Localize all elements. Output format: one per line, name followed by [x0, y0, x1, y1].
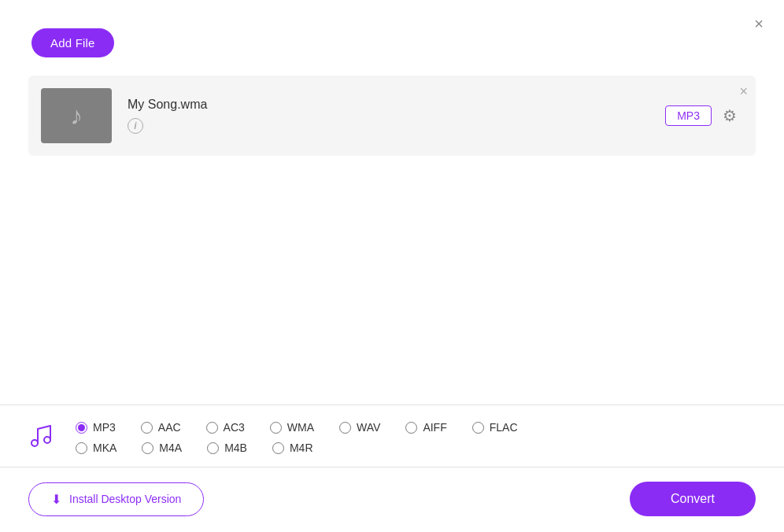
format-option-wav[interactable]: WAV [339, 421, 380, 434]
format-label-wma: WMA [287, 421, 314, 434]
install-desktop-button[interactable]: ⬇ Install Desktop Version [28, 482, 204, 516]
format-label-mp3: MP3 [93, 421, 116, 434]
action-bar: ⬇ Install Desktop Version Convert [0, 467, 784, 532]
format-option-aiff[interactable]: AIFF [405, 421, 446, 434]
file-info: My Song.wma i [112, 98, 665, 134]
format-radio-flac[interactable] [472, 422, 484, 434]
format-label-aac: AAC [158, 421, 181, 434]
format-option-aac[interactable]: AAC [141, 421, 181, 434]
format-label-flac: FLAC [490, 421, 518, 434]
format-radio-m4r[interactable] [272, 442, 284, 454]
format-option-wma[interactable]: WMA [270, 421, 314, 434]
format-option-flac[interactable]: FLAC [472, 421, 518, 434]
convert-button[interactable]: Convert [630, 482, 756, 516]
format-music-icon [28, 423, 54, 453]
file-card: × ♪ My Song.wma i MP3 ⚙ [28, 76, 756, 156]
download-icon: ⬇ [51, 492, 61, 507]
music-note-icon: ♪ [70, 102, 83, 131]
format-label-aiff: AIFF [423, 421, 446, 434]
format-label-m4a: M4A [159, 441, 182, 454]
format-section: MP3 AAC AC3 WMA WAV [0, 405, 784, 467]
format-radio-m4b[interactable] [207, 442, 219, 454]
format-radio-mp3[interactable] [76, 422, 87, 434]
format-row-1: MP3 AAC AC3 WMA WAV [76, 421, 756, 434]
format-option-m4b[interactable]: M4B [207, 441, 247, 454]
format-option-ac3[interactable]: AC3 [206, 421, 245, 434]
file-name: My Song.wma [128, 98, 665, 112]
format-option-m4r[interactable]: M4R [272, 441, 313, 454]
format-radio-wav[interactable] [339, 422, 351, 434]
format-option-mp3[interactable]: MP3 [76, 421, 116, 434]
format-label-m4b: M4B [224, 441, 247, 454]
add-file-button[interactable]: Add File [31, 28, 114, 57]
format-radio-ac3[interactable] [206, 422, 218, 434]
info-icon[interactable]: i [128, 118, 143, 134]
format-radio-m4a[interactable] [142, 442, 153, 454]
file-card-close-button[interactable]: × [739, 83, 748, 100]
format-row-2: MKA M4A M4B M4R [76, 441, 756, 454]
format-radio-wma[interactable] [270, 422, 282, 434]
gear-icon[interactable]: ⚙ [723, 106, 737, 125]
format-option-mka[interactable]: MKA [76, 441, 116, 454]
install-label: Install Desktop Version [69, 493, 181, 505]
format-radio-aiff[interactable] [405, 422, 417, 434]
file-actions: MP3 ⚙ [665, 105, 737, 126]
format-radio-aac[interactable] [141, 422, 153, 434]
file-thumbnail: ♪ [41, 88, 112, 143]
format-radio-mka[interactable] [76, 442, 87, 454]
format-label-m4r: M4R [290, 441, 313, 454]
format-badge-button[interactable]: MP3 [665, 105, 712, 126]
format-label-ac3: AC3 [224, 421, 245, 434]
format-options: MP3 AAC AC3 WMA WAV [76, 421, 756, 454]
svg-point-0 [44, 437, 50, 443]
format-label-mka: MKA [93, 441, 116, 454]
bottom-section: MP3 AAC AC3 WMA WAV [0, 405, 784, 532]
window-close-button[interactable]: × [748, 13, 770, 35]
format-label-wav: WAV [357, 421, 380, 434]
format-option-m4a[interactable]: M4A [142, 441, 182, 454]
